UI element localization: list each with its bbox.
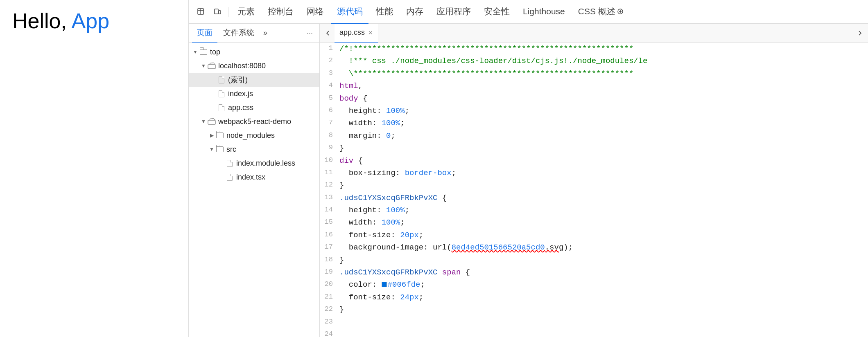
tab-application[interactable]: 应用程序 — [431, 0, 477, 24]
line-num-22: 22 — [320, 303, 339, 315]
line-num-14: 14 — [320, 204, 339, 215]
folder-icon-node-modules — [216, 131, 224, 139]
svg-rect-0 — [198, 9, 203, 14]
code-line-7: 7 width: 100%; — [320, 117, 868, 129]
svg-rect-3 — [215, 9, 218, 14]
svg-rect-9 — [208, 120, 215, 124]
code-line-9: 9 } — [320, 142, 868, 154]
code-line-23: 23 — [320, 316, 868, 328]
line-content-14: height: 100%; — [339, 204, 868, 216]
more-tabs-button[interactable]: » — [260, 29, 271, 37]
tree-item-src[interactable]: ▼ src — [189, 142, 319, 156]
app-title-prefix: Hello, — [12, 9, 72, 33]
line-content-20: color: #006fde; — [339, 279, 868, 291]
tree-item-index-tsx[interactable]: ▶ index.tsx — [189, 170, 319, 184]
color-swatch-006fde[interactable] — [382, 282, 387, 287]
arrow-icon-webpack5: ▼ — [200, 118, 207, 125]
file-icon-index-module — [226, 159, 234, 167]
devtools-toolbar: 元素 控制台 网络 源代码 性能 内存 应用程序 安全性 Lighthouse … — [189, 0, 868, 24]
code-tabs: app.css ✕ — [320, 24, 868, 43]
line-content-15: width: 100%; — [339, 216, 868, 229]
device-icon[interactable] — [210, 4, 225, 19]
line-content-11: box-sizing: border-box; — [339, 167, 868, 179]
tab-memory[interactable]: 内存 — [400, 0, 429, 24]
app-title: Hello, App — [12, 8, 109, 34]
code-line-2: 2 !*** css ./node_modules/css-loader/dis… — [320, 55, 868, 67]
file-tab-filesystem[interactable]: 文件系统 — [218, 24, 259, 43]
tab-network[interactable]: 网络 — [301, 0, 330, 24]
tree-item-appcss[interactable]: ▶ app.css — [189, 101, 319, 115]
line-content-16: font-size: 20px; — [339, 229, 868, 241]
navigate-forward-button[interactable] — [853, 27, 866, 40]
line-num-23: 23 — [320, 316, 339, 327]
line-num-10: 10 — [320, 155, 339, 166]
tree-label-src: src — [226, 145, 236, 154]
code-line-15: 15 width: 100%; — [320, 216, 868, 229]
line-content-2: !*** css ./node_modules/css-loader/dist/… — [339, 55, 868, 67]
file-tab-page[interactable]: 页面 — [192, 24, 217, 43]
line-content-1: /*!*************************************… — [339, 43, 868, 55]
code-line-21: 21 font-size: 24px; — [320, 291, 868, 303]
tree-item-node-modules[interactable]: ▶ node_modules — [189, 128, 319, 142]
tree-item-webpack5[interactable]: ▼ webpack5-react-demo — [189, 115, 319, 128]
line-content-17: background-image: url(8ed4ed501566520a5c… — [339, 241, 868, 254]
code-line-13: 13 .udsC1YXSxcqGFRbkPvXC { — [320, 192, 868, 204]
line-num-17: 17 — [320, 241, 339, 252]
line-num-5: 5 — [320, 92, 339, 103]
line-content-21: font-size: 24px; — [339, 291, 868, 303]
tab-lighthouse[interactable]: Lighthouse — [517, 0, 571, 24]
arrow-icon-node-modules: ▶ — [208, 132, 215, 139]
code-line-11: 11 box-sizing: border-box; — [320, 167, 868, 179]
line-content-9: } — [339, 142, 868, 154]
svg-rect-8 — [208, 65, 215, 69]
code-line-20: 20 color: #006fde; — [320, 279, 868, 291]
line-content-4: html, — [339, 80, 868, 92]
close-tab-button[interactable]: ✕ — [368, 29, 373, 36]
tree-label-top: top — [210, 48, 220, 56]
arrow-icon-src: ▼ — [208, 146, 215, 153]
code-tab-appcss[interactable]: app.css ✕ — [335, 24, 378, 43]
line-num-16: 16 — [320, 229, 339, 240]
code-line-16: 16 font-size: 20px; — [320, 229, 868, 241]
code-line-4: 4 html, — [320, 80, 868, 92]
inspect-icon[interactable] — [194, 4, 208, 19]
tree-label-index-module: index.module.less — [236, 159, 295, 168]
code-editor[interactable]: 1 /*!***********************************… — [320, 43, 868, 337]
code-line-24: 24 — [320, 328, 868, 337]
line-num-18: 18 — [320, 254, 339, 265]
tab-elements[interactable]: 元素 — [232, 0, 260, 24]
tab-sources[interactable]: 源代码 — [331, 0, 368, 24]
tree-item-top[interactable]: ▼ top — [189, 45, 319, 59]
line-num-11: 11 — [320, 167, 339, 178]
line-content-3: \***************************************… — [339, 67, 868, 80]
line-num-7: 7 — [320, 117, 339, 128]
more-options-button[interactable]: ··· — [303, 29, 316, 37]
line-content-7: width: 100%; — [339, 117, 868, 129]
tab-css-overview[interactable]: CSS 概述 — [572, 0, 629, 24]
file-icon-index-tsx — [226, 173, 234, 181]
code-line-6: 6 height: 100%; — [320, 105, 868, 117]
tab-security[interactable]: 安全性 — [478, 0, 515, 24]
code-line-8: 8 margin: 0; — [320, 130, 868, 142]
tree-label-localhost: localhost:8080 — [218, 62, 266, 70]
file-panel-tabs: 页面 文件系统 » ··· — [189, 24, 319, 43]
navigate-back-button[interactable] — [321, 27, 335, 40]
cloud-folder-icon-webpack5 — [208, 117, 216, 126]
tree-item-localhost[interactable]: ▼ localhost:8080 — [189, 59, 319, 73]
line-num-9: 9 — [320, 142, 339, 153]
line-content-22: } — [339, 303, 868, 316]
code-line-18: 18 } — [320, 254, 868, 266]
line-num-20: 20 — [320, 279, 339, 290]
tree-item-index-entry[interactable]: ▶ (索引) — [189, 73, 319, 87]
folder-icon-top — [199, 48, 208, 56]
tab-console[interactable]: 控制台 — [262, 0, 299, 24]
toolbar-separator — [228, 7, 228, 17]
tab-performance[interactable]: 性能 — [370, 0, 399, 24]
tree-label-indexjs: index.js — [228, 90, 253, 98]
line-content-10: div { — [339, 155, 868, 167]
line-num-15: 15 — [320, 216, 339, 227]
tree-item-index-module[interactable]: ▶ index.module.less — [189, 156, 319, 170]
folder-icon-src — [216, 145, 224, 153]
line-num-12: 12 — [320, 179, 339, 190]
tree-item-indexjs[interactable]: ▶ index.js — [189, 87, 319, 101]
